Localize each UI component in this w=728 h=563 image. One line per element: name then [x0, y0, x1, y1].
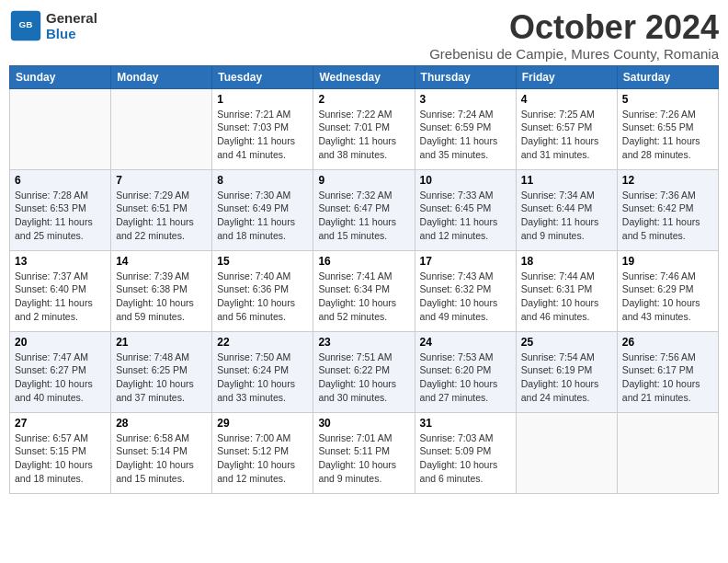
- day-info: Sunrise: 7:03 AMSunset: 5:09 PMDaylight:…: [420, 431, 511, 486]
- weekday-header: Thursday: [415, 65, 516, 88]
- weekday-header: Wednesday: [313, 65, 415, 88]
- day-info: Sunrise: 7:25 AMSunset: 6:57 PMDaylight:…: [521, 108, 612, 162]
- day-number: 11: [521, 174, 612, 187]
- calendar-cell: 23Sunrise: 7:51 AMSunset: 6:22 PMDayligh…: [313, 331, 415, 412]
- calendar-cell: 15Sunrise: 7:40 AMSunset: 6:36 PMDayligh…: [212, 250, 313, 331]
- day-number: 27: [15, 417, 106, 430]
- weekday-header: Tuesday: [212, 65, 313, 88]
- calendar-cell: [516, 412, 617, 493]
- month-title: October 2024: [429, 9, 719, 46]
- calendar-cell: 29Sunrise: 7:00 AMSunset: 5:12 PMDayligh…: [212, 412, 313, 493]
- day-info: Sunrise: 7:32 AMSunset: 6:47 PMDaylight:…: [318, 189, 409, 243]
- day-number: 22: [217, 336, 308, 349]
- day-number: 2: [318, 93, 409, 106]
- calendar-cell: [111, 88, 212, 169]
- day-number: 10: [420, 174, 511, 187]
- calendar-cell: 9Sunrise: 7:32 AMSunset: 6:47 PMDaylight…: [313, 169, 415, 250]
- day-info: Sunrise: 7:41 AMSunset: 6:34 PMDaylight:…: [318, 270, 409, 324]
- calendar-cell: 28Sunrise: 6:58 AMSunset: 5:14 PMDayligh…: [111, 412, 212, 493]
- calendar-cell: 31Sunrise: 7:03 AMSunset: 5:09 PMDayligh…: [415, 412, 516, 493]
- calendar-week-row: 6Sunrise: 7:28 AMSunset: 6:53 PMDaylight…: [10, 169, 719, 250]
- title-block: October 2024 Grebenisu de Campie, Mures …: [429, 9, 719, 62]
- day-info: Sunrise: 7:54 AMSunset: 6:19 PMDaylight:…: [521, 350, 612, 405]
- calendar-cell: [617, 412, 718, 493]
- calendar-cell: 20Sunrise: 7:47 AMSunset: 6:27 PMDayligh…: [10, 331, 111, 412]
- day-info: Sunrise: 7:46 AMSunset: 6:29 PMDaylight:…: [622, 270, 713, 324]
- calendar-cell: 18Sunrise: 7:44 AMSunset: 6:31 PMDayligh…: [516, 250, 617, 331]
- weekday-header: Friday: [516, 65, 617, 88]
- day-number: 19: [622, 255, 713, 268]
- day-number: 12: [622, 174, 713, 187]
- day-info: Sunrise: 7:44 AMSunset: 6:31 PMDaylight:…: [521, 270, 612, 324]
- day-info: Sunrise: 7:28 AMSunset: 6:53 PMDaylight:…: [15, 189, 106, 243]
- page-header: GB General Blue October 2024 Grebenisu d…: [9, 9, 719, 62]
- calendar-cell: 4Sunrise: 7:25 AMSunset: 6:57 PMDaylight…: [516, 88, 617, 169]
- calendar-cell: 21Sunrise: 7:48 AMSunset: 6:25 PMDayligh…: [111, 331, 212, 412]
- day-info: Sunrise: 7:48 AMSunset: 6:25 PMDaylight:…: [116, 350, 207, 405]
- day-info: Sunrise: 7:24 AMSunset: 6:59 PMDaylight:…: [420, 108, 511, 162]
- day-number: 14: [116, 255, 207, 268]
- calendar-cell: 8Sunrise: 7:30 AMSunset: 6:49 PMDaylight…: [212, 169, 313, 250]
- day-info: Sunrise: 7:26 AMSunset: 6:55 PMDaylight:…: [622, 108, 713, 162]
- day-info: Sunrise: 7:50 AMSunset: 6:24 PMDaylight:…: [217, 350, 308, 405]
- calendar-table: SundayMondayTuesdayWednesdayThursdayFrid…: [9, 65, 719, 494]
- day-info: Sunrise: 7:30 AMSunset: 6:49 PMDaylight:…: [217, 189, 308, 243]
- calendar-cell: [10, 88, 111, 169]
- calendar-cell: 13Sunrise: 7:37 AMSunset: 6:40 PMDayligh…: [10, 250, 111, 331]
- day-info: Sunrise: 7:39 AMSunset: 6:38 PMDaylight:…: [116, 270, 207, 324]
- day-number: 17: [420, 255, 511, 268]
- calendar-cell: 26Sunrise: 7:56 AMSunset: 6:17 PMDayligh…: [617, 331, 718, 412]
- day-number: 28: [116, 417, 207, 430]
- day-number: 23: [318, 336, 409, 349]
- day-number: 21: [116, 336, 207, 349]
- calendar-cell: 11Sunrise: 7:34 AMSunset: 6:44 PMDayligh…: [516, 169, 617, 250]
- day-info: Sunrise: 7:01 AMSunset: 5:11 PMDaylight:…: [318, 431, 409, 486]
- day-number: 1: [217, 93, 308, 106]
- day-info: Sunrise: 7:36 AMSunset: 6:42 PMDaylight:…: [622, 189, 713, 243]
- calendar-cell: 3Sunrise: 7:24 AMSunset: 6:59 PMDaylight…: [415, 88, 516, 169]
- calendar-cell: 30Sunrise: 7:01 AMSunset: 5:11 PMDayligh…: [313, 412, 415, 493]
- day-number: 18: [521, 255, 612, 268]
- day-number: 26: [622, 336, 713, 349]
- calendar-header-row: SundayMondayTuesdayWednesdayThursdayFrid…: [10, 65, 719, 88]
- calendar-cell: 6Sunrise: 7:28 AMSunset: 6:53 PMDaylight…: [10, 169, 111, 250]
- day-number: 7: [116, 174, 207, 187]
- weekday-header: Monday: [111, 65, 212, 88]
- day-info: Sunrise: 6:57 AMSunset: 5:15 PMDaylight:…: [15, 431, 106, 486]
- day-info: Sunrise: 7:51 AMSunset: 6:22 PMDaylight:…: [318, 350, 409, 405]
- calendar-week-row: 20Sunrise: 7:47 AMSunset: 6:27 PMDayligh…: [10, 331, 719, 412]
- day-number: 5: [622, 93, 713, 106]
- svg-text:GB: GB: [19, 19, 33, 29]
- day-number: 24: [420, 336, 511, 349]
- day-info: Sunrise: 7:40 AMSunset: 6:36 PMDaylight:…: [217, 270, 308, 324]
- calendar-cell: 24Sunrise: 7:53 AMSunset: 6:20 PMDayligh…: [415, 331, 516, 412]
- calendar-cell: 5Sunrise: 7:26 AMSunset: 6:55 PMDaylight…: [617, 88, 718, 169]
- day-number: 31: [420, 417, 511, 430]
- day-info: Sunrise: 7:21 AMSunset: 7:03 PMDaylight:…: [217, 108, 308, 162]
- calendar-cell: 27Sunrise: 6:57 AMSunset: 5:15 PMDayligh…: [10, 412, 111, 493]
- calendar-week-row: 13Sunrise: 7:37 AMSunset: 6:40 PMDayligh…: [10, 250, 719, 331]
- day-info: Sunrise: 7:37 AMSunset: 6:40 PMDaylight:…: [15, 270, 106, 324]
- day-info: Sunrise: 7:34 AMSunset: 6:44 PMDaylight:…: [521, 189, 612, 243]
- calendar-cell: 17Sunrise: 7:43 AMSunset: 6:32 PMDayligh…: [415, 250, 516, 331]
- calendar-cell: 2Sunrise: 7:22 AMSunset: 7:01 PMDaylight…: [313, 88, 415, 169]
- logo: GB General Blue: [9, 9, 97, 42]
- day-info: Sunrise: 7:33 AMSunset: 6:45 PMDaylight:…: [420, 189, 511, 243]
- day-info: Sunrise: 7:53 AMSunset: 6:20 PMDaylight:…: [420, 350, 511, 405]
- calendar-cell: 22Sunrise: 7:50 AMSunset: 6:24 PMDayligh…: [212, 331, 313, 412]
- day-number: 6: [15, 174, 106, 187]
- day-number: 3: [420, 93, 511, 106]
- calendar-cell: 25Sunrise: 7:54 AMSunset: 6:19 PMDayligh…: [516, 331, 617, 412]
- day-number: 25: [521, 336, 612, 349]
- day-number: 8: [217, 174, 308, 187]
- day-number: 9: [318, 174, 409, 187]
- calendar-week-row: 1Sunrise: 7:21 AMSunset: 7:03 PMDaylight…: [10, 88, 719, 169]
- calendar-cell: 19Sunrise: 7:46 AMSunset: 6:29 PMDayligh…: [617, 250, 718, 331]
- day-info: Sunrise: 7:29 AMSunset: 6:51 PMDaylight:…: [116, 189, 207, 243]
- day-info: Sunrise: 6:58 AMSunset: 5:14 PMDaylight:…: [116, 431, 207, 486]
- day-number: 13: [15, 255, 106, 268]
- day-number: 29: [217, 417, 308, 430]
- calendar-week-row: 27Sunrise: 6:57 AMSunset: 5:15 PMDayligh…: [10, 412, 719, 493]
- calendar-cell: 16Sunrise: 7:41 AMSunset: 6:34 PMDayligh…: [313, 250, 415, 331]
- day-info: Sunrise: 7:00 AMSunset: 5:12 PMDaylight:…: [217, 431, 308, 486]
